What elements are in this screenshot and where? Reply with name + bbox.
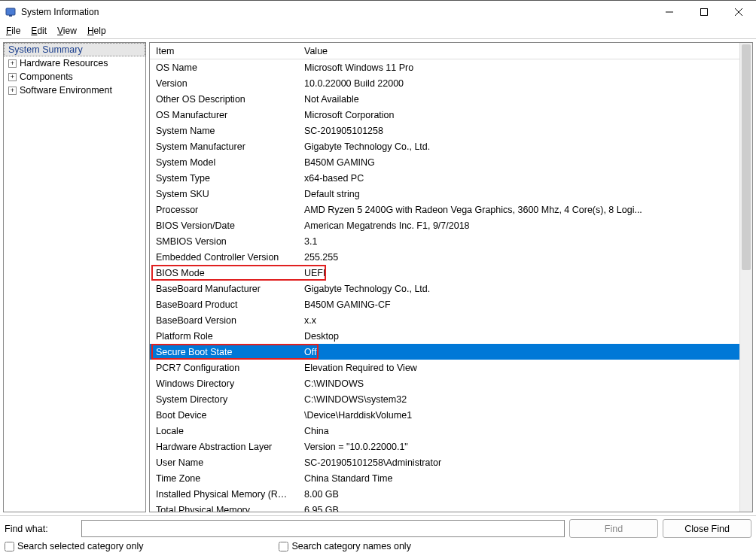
list-row[interactable]: Installed Physical Memory (RAM)8.00 GB bbox=[150, 486, 752, 502]
tree-node-hardware-resources[interactable]: + Hardware Resources bbox=[4, 56, 145, 70]
list-row[interactable]: SMBIOS Version3.1 bbox=[150, 233, 752, 249]
minimize-button[interactable] bbox=[652, 1, 687, 23]
cell-item: SMBIOS Version bbox=[150, 236, 298, 247]
svg-rect-0 bbox=[6, 8, 15, 15]
expand-icon[interactable]: + bbox=[8, 73, 17, 81]
menu-edit[interactable]: Edit bbox=[31, 26, 47, 36]
cell-value: 8.00 GB bbox=[298, 489, 648, 500]
list-row[interactable]: System DirectoryC:\WINDOWS\system32 bbox=[150, 391, 752, 407]
list-row[interactable]: System NameSC-201905101258 bbox=[150, 123, 752, 138]
menubar: File Edit View Help bbox=[0, 23, 756, 38]
window-controls bbox=[652, 1, 756, 23]
list-row[interactable]: LocaleChina bbox=[150, 423, 752, 439]
find-button[interactable]: Find bbox=[569, 519, 658, 538]
cell-item: Installed Physical Memory (RAM) bbox=[150, 489, 298, 500]
tree-node-software-environment[interactable]: + Software Environment bbox=[4, 84, 145, 97]
cell-value: x64-based PC bbox=[298, 173, 648, 184]
tree-node-components[interactable]: + Components bbox=[4, 70, 145, 84]
list-row[interactable]: Windows DirectoryC:\WINDOWS bbox=[150, 375, 752, 391]
list-row[interactable]: PCR7 ConfigurationElevation Required to … bbox=[150, 360, 752, 375]
list-row[interactable]: User NameSC-201905101258\Administrator bbox=[150, 454, 752, 470]
cell-value: UEFI bbox=[298, 268, 648, 278]
cell-value: Microsoft Windows 11 Pro bbox=[298, 62, 648, 73]
app-icon bbox=[5, 6, 17, 18]
list-row[interactable]: Platform RoleDesktop bbox=[150, 328, 752, 344]
expand-icon[interactable]: + bbox=[8, 87, 17, 95]
list-row[interactable]: Boot Device\Device\HarddiskVolume1 bbox=[150, 407, 752, 423]
tree-label: Components bbox=[20, 71, 73, 82]
cell-value: x.x bbox=[298, 315, 648, 326]
cell-value: Version = "10.0.22000.1" bbox=[298, 442, 648, 452]
list-row[interactable]: Total Physical Memory6.95 GB bbox=[150, 502, 752, 512]
cell-value: SC-201905101258\Administrator bbox=[298, 457, 648, 468]
cell-item: Other OS Description bbox=[150, 94, 298, 105]
cell-value: China bbox=[298, 426, 648, 436]
cell-item: OS Manufacturer bbox=[150, 110, 298, 120]
cell-value: Gigabyte Technology Co., Ltd. bbox=[298, 284, 648, 294]
list-row[interactable]: Version10.0.22000 Build 22000 bbox=[150, 75, 752, 91]
tree-label: Software Environment bbox=[20, 85, 112, 96]
cell-item: System Model bbox=[150, 157, 298, 168]
cell-value: B450M GAMING bbox=[298, 157, 648, 168]
cell-value: 3.1 bbox=[298, 236, 648, 247]
cell-value: 255.255 bbox=[298, 252, 648, 263]
cell-value: C:\WINDOWS\system32 bbox=[298, 394, 648, 405]
list-row[interactable]: BIOS ModeUEFI bbox=[150, 265, 752, 281]
vertical-scrollbar[interactable] bbox=[739, 43, 752, 512]
menu-file[interactable]: File bbox=[6, 26, 20, 36]
search-selected-only-checkbox[interactable]: Search selected category only bbox=[5, 541, 143, 551]
list-row[interactable]: System ManufacturerGigabyte Technology C… bbox=[150, 138, 752, 154]
list-row[interactable]: BaseBoard Versionx.x bbox=[150, 312, 752, 328]
cell-value: Off bbox=[298, 347, 648, 357]
checkbox-search-selected[interactable] bbox=[5, 542, 14, 551]
column-header-value[interactable]: Value bbox=[298, 44, 648, 58]
list-row[interactable]: BaseBoard ManufacturerGigabyte Technolog… bbox=[150, 281, 752, 296]
category-tree[interactable]: System Summary + Hardware Resources + Co… bbox=[3, 42, 146, 512]
list-row[interactable]: ProcessorAMD Ryzen 5 2400G with Radeon V… bbox=[150, 202, 752, 217]
cell-value: Desktop bbox=[298, 331, 648, 342]
cell-item: BIOS Version/Date bbox=[150, 220, 298, 231]
list-row[interactable]: BaseBoard ProductB450M GAMING-CF bbox=[150, 296, 752, 312]
find-input[interactable] bbox=[81, 520, 565, 537]
expand-icon[interactable]: + bbox=[8, 59, 17, 68]
maximize-button[interactable] bbox=[687, 1, 721, 23]
cell-item: OS Name bbox=[150, 62, 298, 73]
menu-view[interactable]: View bbox=[57, 26, 77, 36]
tree-root-system-summary[interactable]: System Summary bbox=[4, 43, 145, 56]
cell-item: Hardware Abstraction Layer bbox=[150, 442, 298, 452]
list-row[interactable]: Time ZoneChina Standard Time bbox=[150, 470, 752, 486]
list-body[interactable]: OS NameMicrosoft Windows 11 ProVersion10… bbox=[150, 59, 752, 512]
cell-value: Elevation Required to View bbox=[298, 363, 648, 373]
cell-item: BIOS Mode bbox=[150, 268, 298, 278]
list-row[interactable]: System Typex64-based PC bbox=[150, 170, 752, 186]
scrollbar-thumb[interactable] bbox=[742, 44, 751, 270]
list-row[interactable]: OS NameMicrosoft Windows 11 Pro bbox=[150, 59, 752, 75]
svg-rect-3 bbox=[701, 9, 708, 16]
list-row[interactable]: System ModelB450M GAMING bbox=[150, 154, 752, 170]
list-row[interactable]: Secure Boot StateOff bbox=[150, 344, 752, 360]
list-row[interactable]: System SKUDefault string bbox=[150, 186, 752, 202]
close-button[interactable] bbox=[721, 1, 756, 23]
content-area: System Summary + Hardware Resources + Co… bbox=[0, 38, 756, 515]
menu-help[interactable]: Help bbox=[87, 26, 106, 36]
checkbox-search-names[interactable] bbox=[279, 542, 288, 551]
cell-value: Microsoft Corporation bbox=[298, 110, 648, 120]
cell-value: C:\WINDOWS bbox=[298, 378, 648, 389]
cell-item: Platform Role bbox=[150, 331, 298, 342]
list-row[interactable]: OS ManufacturerMicrosoft Corporation bbox=[150, 107, 752, 123]
list-row[interactable]: BIOS Version/DateAmerican Megatrends Inc… bbox=[150, 217, 752, 233]
cell-value: SC-201905101258 bbox=[298, 126, 648, 136]
list-row[interactable]: Hardware Abstraction LayerVersion = "10.… bbox=[150, 439, 752, 454]
svg-rect-1 bbox=[9, 15, 12, 17]
find-label: Find what: bbox=[5, 524, 77, 534]
cell-item: Time Zone bbox=[150, 473, 298, 484]
search-names-only-checkbox[interactable]: Search category names only bbox=[279, 541, 410, 551]
close-find-button[interactable]: Close Find bbox=[663, 519, 751, 538]
checkbox-label: Search selected category only bbox=[17, 541, 143, 551]
cell-value: B450M GAMING-CF bbox=[298, 299, 648, 310]
list-row[interactable]: Embedded Controller Version255.255 bbox=[150, 249, 752, 265]
titlebar: System Information bbox=[0, 1, 756, 23]
tree-label: Hardware Resources bbox=[20, 58, 108, 68]
list-row[interactable]: Other OS DescriptionNot Available bbox=[150, 91, 752, 107]
column-header-item[interactable]: Item bbox=[150, 44, 298, 58]
